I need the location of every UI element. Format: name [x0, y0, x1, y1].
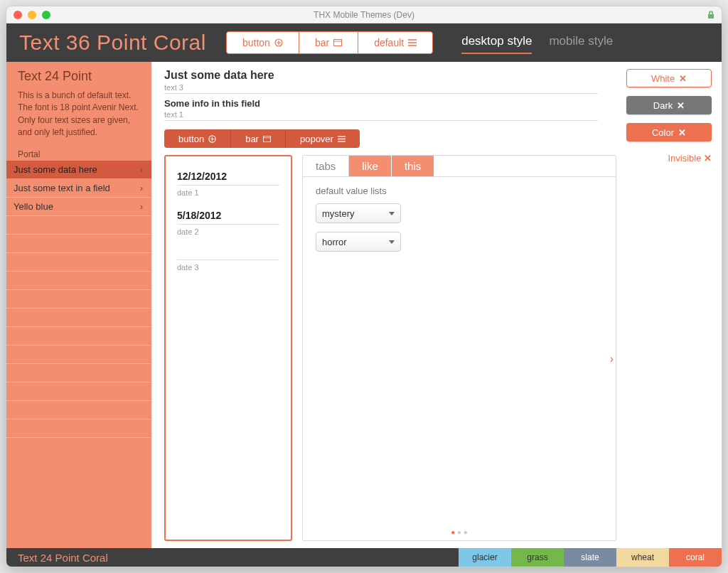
x-icon: ✕	[679, 73, 687, 84]
list-icon	[338, 136, 346, 142]
pill-white[interactable]: White ✕	[626, 69, 712, 87]
pill-label: Invisible	[668, 153, 701, 164]
date-value	[177, 249, 279, 260]
body: Text 24 Point This is a bunch of default…	[6, 62, 722, 548]
swatches: glacier grass slate wheat coral	[459, 548, 722, 567]
pill-label: Dark	[653, 100, 673, 111]
tab-mobile-style[interactable]: mobile style	[549, 31, 613, 54]
date-label: date 1	[177, 188, 279, 197]
swatch-coral[interactable]: coral	[669, 548, 722, 567]
portal-row-empty	[6, 272, 151, 290]
minimize-icon[interactable]	[28, 11, 36, 19]
close-icon[interactable]	[14, 11, 22, 19]
portal-row-empty	[6, 419, 151, 438]
tab-like[interactable]: like	[349, 156, 392, 176]
chevron-right-icon: ›	[140, 164, 143, 175]
pill-invisible[interactable]: Invisible ✕	[626, 153, 712, 164]
sidebar-body-text: This is a bunch of default text. The fon…	[18, 90, 140, 139]
list-icon	[408, 39, 417, 46]
pill-label: Color	[652, 127, 674, 138]
portal-row-label: Yello blue	[14, 201, 53, 212]
portal-row-label: Just some data here	[14, 164, 97, 175]
tab-panel: tabs like this default value lists myste…	[302, 155, 616, 541]
swatch-slate[interactable]: slate	[564, 548, 616, 567]
center-column: Just some data here text 3 Some info in …	[164, 69, 616, 541]
oseg-bar-label: bar	[245, 134, 259, 144]
tab-desktop-style[interactable]: desktop style	[461, 31, 532, 54]
portal-row-2[interactable]: Yello blue ›	[6, 198, 151, 216]
tab-tabs[interactable]: tabs	[303, 156, 349, 176]
portal-row-empty	[6, 382, 151, 401]
lock-icon	[707, 11, 714, 19]
field-info-value: Some info in this field	[164, 98, 598, 109]
main: Just some data here text 3 Some info in …	[151, 62, 722, 548]
seg-default[interactable]: default	[358, 32, 432, 53]
window-icon	[333, 39, 342, 46]
swatch-glacier[interactable]: glacier	[459, 548, 511, 567]
portal-row-empty	[6, 327, 151, 346]
swatch-grass[interactable]: grass	[511, 548, 564, 567]
right-column: White ✕ Dark ✕ Color ✕ Invisible ✕	[626, 69, 712, 541]
x-icon: ✕	[704, 153, 712, 164]
pager-dots: ● ● ●	[303, 528, 616, 536]
seg-button-label: button	[242, 37, 270, 48]
chevron-right-icon[interactable]: ›	[606, 348, 618, 370]
field-info[interactable]: Some info in this field text 1	[164, 98, 598, 121]
portal-row-1[interactable]: Just some text in a field ›	[6, 179, 151, 198]
zoom-icon[interactable]	[42, 11, 50, 19]
portal-row-empty	[6, 290, 151, 309]
pill-dark[interactable]: Dark ✕	[626, 96, 712, 114]
tab-body-label: default value lists	[316, 186, 387, 196]
style-tabs: desktop style mobile style	[461, 31, 613, 54]
x-icon: ✕	[678, 127, 686, 138]
date-label: date 3	[177, 263, 279, 272]
sidebar-title: Text 24 Point	[18, 69, 140, 84]
oseg-button[interactable]: button	[164, 129, 231, 148]
date-field-3[interactable]: date 3	[177, 249, 279, 272]
plus-circle-icon	[208, 135, 216, 143]
portal-row-empty	[6, 253, 151, 272]
seg-bar[interactable]: bar	[299, 32, 358, 53]
date-panel: 12/12/2012 date 1 5/18/2012 date 2 date …	[164, 155, 292, 541]
chevron-right-icon: ›	[140, 183, 143, 193]
oseg-bar[interactable]: bar	[231, 129, 286, 148]
date-field-1[interactable]: 12/12/2012 date 1	[177, 171, 279, 197]
tab-this[interactable]: this	[392, 156, 434, 176]
swatch-wheat[interactable]: wheat	[616, 548, 669, 567]
footer: Text 24 Point Coral glacier grass slate …	[6, 548, 722, 567]
footer-title: Text 24 Point Coral	[6, 548, 108, 567]
svg-rect-4	[264, 136, 271, 141]
select-horror[interactable]: horror	[316, 232, 401, 252]
portal-row-label: Just some text in a field	[14, 183, 110, 193]
date-value: 5/18/2012	[177, 210, 279, 225]
seg-bar-label: bar	[315, 37, 329, 48]
seg-default-label: default	[374, 37, 404, 48]
header: Text 36 Point Coral button bar default	[6, 23, 722, 62]
page-title: Text 36 Point Coral	[19, 31, 206, 55]
field-data[interactable]: Just some data here text 3	[164, 69, 598, 94]
oseg-popover[interactable]: popover	[286, 129, 360, 148]
portal-row-empty	[6, 309, 151, 327]
x-icon: ✕	[677, 100, 685, 111]
date-field-2[interactable]: 5/18/2012 date 2	[177, 210, 279, 236]
traffic-lights	[14, 11, 50, 19]
seg-button[interactable]: button	[227, 32, 299, 53]
sidebar: Text 24 Point This is a bunch of default…	[6, 62, 151, 548]
tab-strip: tabs like this	[303, 156, 616, 177]
field-data-label: text 3	[164, 83, 598, 92]
portal-row-empty	[6, 401, 151, 419]
segmented-control-white: button bar default	[226, 31, 433, 54]
sidebar-section-label: Portal	[6, 146, 151, 161]
portal-row-empty	[6, 216, 151, 235]
portal-row-empty	[6, 235, 151, 253]
date-value: 12/12/2012	[177, 171, 279, 186]
chevron-right-icon: ›	[140, 201, 143, 212]
titlebar: THX Mobile Themes (Dev)	[6, 6, 722, 23]
pill-color[interactable]: Color ✕	[626, 123, 712, 141]
portal-row-0[interactable]: Just some data here ›	[6, 161, 151, 179]
oseg-button-label: button	[178, 134, 204, 144]
select-value: horror	[322, 237, 347, 247]
select-mystery[interactable]: mystery	[316, 203, 401, 223]
tab-body: default value lists mystery horror	[303, 177, 616, 540]
select-value: mystery	[322, 208, 355, 219]
